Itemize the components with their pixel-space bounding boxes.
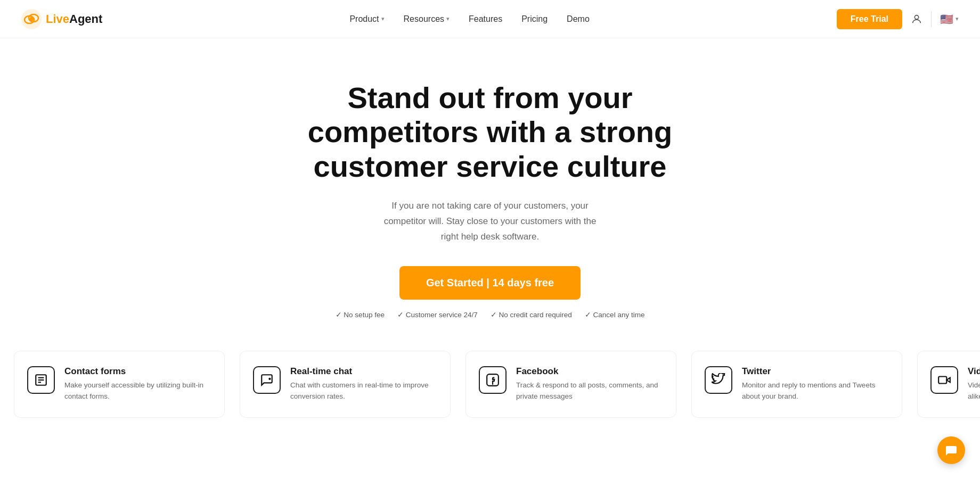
nav-right: Free Trial 🇺🇸 ▾ [837,9,959,29]
svg-point-9 [269,378,270,379]
feature-description: Chat with customers in real-time to impr… [290,380,437,402]
nav-resources[interactable]: Resources ▾ [404,14,450,24]
svg-rect-11 [938,376,946,383]
feature-description: Track & respond to all posts, comments, … [516,380,663,402]
user-icon[interactable] [911,13,922,25]
feature-text: Real-time chat Chat with customers in re… [290,366,437,402]
svg-point-3 [29,17,34,21]
logo[interactable]: LiveAgent [21,9,102,29]
nav-divider [931,11,932,27]
cta-button[interactable]: Get Started | 14 days free [399,266,581,300]
hero-section: Stand out from your competitors with a s… [250,38,730,351]
feature-text: Facebook Track & respond to all posts, c… [516,366,663,402]
feature-description: Make yourself accessible by utilizing bu… [64,380,211,402]
feature-icon-contact-forms [27,366,55,394]
feature-title: Video call [968,366,980,377]
feature-title: Real-time chat [290,366,437,377]
nav-demo[interactable]: Demo [567,14,590,24]
feature-text: Twitter Monitor and reply to mentions an… [742,366,889,402]
trust-badges: No setup fee Customer service 24/7 No cr… [272,310,708,319]
hero-subtext: If you are not taking care of your custo… [378,199,602,245]
feature-card[interactable]: Real-time chat Chat with customers in re… [240,351,451,418]
nav-links: Product ▾ Resources ▾ Features Pricing D… [349,14,589,24]
chevron-down-icon: ▾ [446,15,450,22]
feature-card[interactable]: Video call Video chat with customers and… [917,351,980,418]
badge-cancel: Cancel any time [585,310,645,319]
feature-icon-twitter [705,366,732,394]
feature-text: Contact forms Make yourself accessible b… [64,366,211,402]
free-trial-button[interactable]: Free Trial [837,9,902,29]
chevron-down-icon: ▾ [381,15,385,22]
nav-features[interactable]: Features [469,14,502,24]
feature-description: Monitor and reply to mentions and Tweets… [742,380,889,402]
language-selector[interactable]: 🇺🇸 ▾ [940,13,959,26]
feature-icon-facebook [479,366,507,394]
badge-no-credit-card: No credit card required [491,310,572,319]
badge-no-setup: No setup fee [336,310,385,319]
svg-point-4 [914,15,918,19]
chevron-down-icon: ▾ [956,15,959,22]
feature-title: Twitter [742,366,889,377]
nav-pricing[interactable]: Pricing [521,14,548,24]
feature-title: Contact forms [64,366,211,377]
feature-icon-real-time-chat [253,366,281,394]
feature-text: Video call Video chat with customers and… [968,366,980,402]
feature-title: Facebook [516,366,663,377]
hero-headline: Stand out from your competitors with a s… [272,81,708,184]
flag-icon: 🇺🇸 [940,13,953,26]
feature-card[interactable]: Twitter Monitor and reply to mentions an… [691,351,902,418]
feature-description: Video chat with customers and colleagues… [968,380,980,402]
feature-icon-video-call [930,366,958,394]
nav-product[interactable]: Product ▾ [349,14,384,24]
feature-card[interactable]: Facebook Track & respond to all posts, c… [466,351,676,418]
features-strip: Contact forms Make yourself accessible b… [0,351,980,418]
navbar: LiveAgent Product ▾ Resources ▾ Features… [0,0,980,38]
feature-card[interactable]: Contact forms Make yourself accessible b… [14,351,225,418]
badge-customer-service: Customer service 24/7 [397,310,478,319]
